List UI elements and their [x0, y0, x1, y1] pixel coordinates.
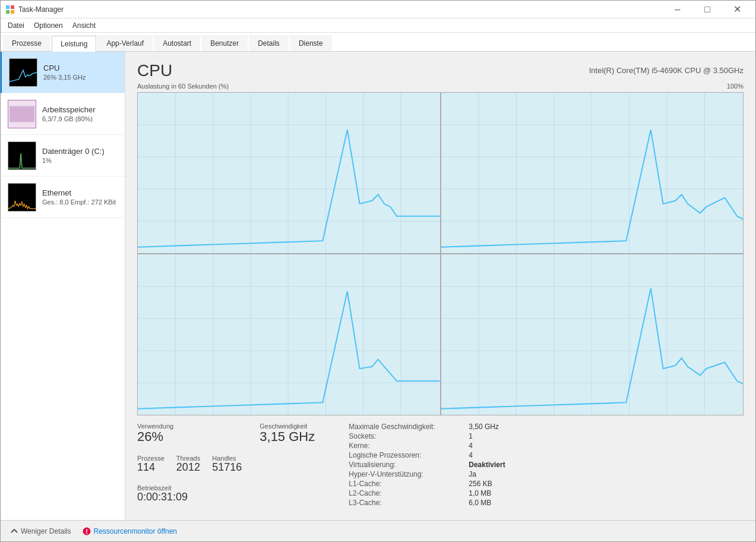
- svg-rect-21: [441, 93, 744, 253]
- stats-col-2: Geschwindigkeit 3,15 GHz: [260, 423, 331, 508]
- max-speed-value: 3,50 GHz: [469, 423, 527, 431]
- tab-dienste[interactable]: Dienste: [290, 35, 332, 51]
- chart-label-row: Auslastung in 60 Sekunden (%) 100%: [137, 83, 744, 90]
- menu-bar: Datei Optionen Ansicht: [1, 18, 755, 33]
- ram-labels: Arbeitsspeicher 6,3/7,9 GB (80%): [42, 105, 96, 122]
- net-labels: Ethernet Ges.: 8,0 Empf.: 272 KBit: [42, 188, 116, 206]
- l2-label: L2-Cache:: [349, 489, 457, 497]
- chart-svg-top-right: [441, 93, 744, 253]
- footer-bar: Weniger Details Ressourcenmonitor öffnen: [1, 520, 755, 541]
- cpu-mini-chart: [9, 58, 37, 87]
- title-text: Task-Manager: [18, 5, 64, 14]
- chevron-up-icon: [10, 527, 18, 535]
- main-panel: CPU Intel(R) Core(TM) i5-4690K CPU @ 3.5…: [125, 52, 755, 520]
- l1-value: 256 KB: [469, 480, 527, 488]
- l3-value: 6,0 MB: [469, 499, 527, 507]
- chart-svg-top-left: [138, 93, 440, 253]
- geschwindigkeit-value: 3,15 GHz: [260, 430, 331, 444]
- title-bar: Task-Manager – □ ✕: [1, 1, 755, 18]
- stats-col-3: Maximale Geschwindigkeit: 3,50 GHz Socke…: [349, 423, 527, 508]
- cpu-labels: CPU 26% 3,15 GHz: [43, 64, 86, 81]
- menu-optionen[interactable]: Optionen: [29, 20, 68, 31]
- ram-mini-chart: [8, 100, 36, 128]
- disk-labels: Datenträger 0 (C:) 1%: [42, 147, 105, 164]
- virt-label: Virtualisierung:: [349, 461, 457, 469]
- kerne-label: Kerne:: [349, 442, 457, 450]
- chart-bottom-right: [441, 254, 744, 415]
- menu-datei[interactable]: Datei: [3, 20, 29, 31]
- net-mini-chart: [8, 183, 36, 212]
- net-name: Ethernet: [42, 188, 116, 197]
- main-header: CPU Intel(R) Core(TM) i5-4690K CPU @ 3.5…: [137, 61, 744, 80]
- sockets-value: 1: [469, 432, 527, 440]
- net-value: Ges.: 8,0 Empf.: 272 KBit: [42, 198, 116, 206]
- sidebar-item-cpu[interactable]: CPU 26% 3,15 GHz: [1, 52, 125, 93]
- prozesse-group: Prozesse 114: [137, 455, 165, 474]
- resource-monitor-icon: [83, 527, 91, 535]
- svg-rect-0: [6, 5, 10, 9]
- verwendung-group: Verwendung 26%: [137, 423, 242, 444]
- app-icon: [5, 5, 15, 14]
- svg-rect-9: [138, 93, 440, 253]
- tab-leistung[interactable]: Leistung: [52, 36, 96, 52]
- ram-value: 6,3/7,9 GB (80%): [42, 115, 96, 122]
- verwendung-value: 26%: [137, 430, 242, 444]
- l2-value: 1,0 MB: [469, 489, 527, 497]
- minimize-button[interactable]: –: [664, 1, 691, 18]
- svg-rect-3: [11, 10, 14, 14]
- cpu-model-text: Intel(R) Core(TM) i5-4690K CPU @ 3.50GHz: [589, 66, 744, 75]
- betriebszeit-value: 0:00:31:09: [137, 491, 242, 503]
- title-bar-left: Task-Manager: [5, 5, 64, 14]
- sockets-label: Sockets:: [349, 432, 457, 440]
- disk-name: Datenträger 0 (C:): [42, 147, 105, 156]
- less-details-button[interactable]: Weniger Details: [10, 527, 71, 535]
- page-title: CPU: [137, 61, 172, 80]
- svg-rect-4: [10, 59, 37, 86]
- title-bar-controls: – □ ✕: [664, 1, 751, 18]
- tab-benutzer[interactable]: Benutzer: [201, 35, 248, 51]
- chart-label-left: Auslastung in 60 Sekunden (%): [137, 83, 229, 90]
- ram-name: Arbeitsspeicher: [42, 105, 96, 114]
- disk-value: 1%: [42, 157, 105, 164]
- tab-app-verlauf[interactable]: App-Verlauf: [97, 35, 153, 51]
- stats-area: Verwendung 26% Prozesse 114 Threads 2012: [137, 423, 744, 514]
- max-speed-label: Maximale Geschwindigkeit:: [349, 423, 457, 431]
- chart-bottom-left: [138, 254, 440, 415]
- prozesse-row: Prozesse 114 Threads 2012 Handles 51716: [137, 455, 242, 474]
- svg-point-59: [86, 533, 87, 534]
- handles-value: 51716: [212, 462, 242, 474]
- sidebar-item-net[interactable]: Ethernet Ges.: 8,0 Empf.: 272 KBit: [1, 177, 125, 218]
- svg-rect-45: [441, 254, 744, 415]
- content-area: CPU 26% 3,15 GHz Arbeitsspeicher 6,3/7,9…: [1, 52, 755, 520]
- geschwindigkeit-group: Geschwindigkeit 3,15 GHz: [260, 423, 331, 444]
- charts-container: [137, 92, 744, 415]
- task-manager-window: Task-Manager – □ ✕ Datei Optionen Ansich…: [0, 0, 756, 542]
- svg-rect-6: [10, 106, 34, 122]
- sidebar-item-disk[interactable]: Datenträger 0 (C:) 1%: [1, 135, 125, 177]
- disk-mini-chart: [8, 141, 36, 170]
- info-table: Maximale Geschwindigkeit: 3,50 GHz Socke…: [349, 423, 527, 507]
- kerne-value: 4: [469, 442, 527, 450]
- less-details-label: Weniger Details: [21, 527, 71, 535]
- tabs-bar: Prozesse Leistung App-Verlauf Autostart …: [1, 33, 755, 52]
- betriebszeit-group: Betriebszeit 0:00:31:09: [137, 484, 242, 503]
- tab-prozesse[interactable]: Prozesse: [3, 35, 50, 51]
- logische-value: 4: [469, 451, 527, 459]
- tab-autostart[interactable]: Autostart: [154, 35, 200, 51]
- handles-group: Handles 51716: [212, 455, 242, 474]
- maximize-button[interactable]: □: [694, 1, 721, 18]
- l3-label: L3-Cache:: [349, 499, 457, 507]
- sidebar-item-ram[interactable]: Arbeitsspeicher 6,3/7,9 GB (80%): [1, 93, 125, 135]
- chart-svg-bottom-right: [441, 254, 744, 415]
- menu-ansicht[interactable]: Ansicht: [68, 20, 100, 31]
- resource-monitor-button[interactable]: Ressourcenmonitor öffnen: [83, 527, 177, 535]
- svg-rect-2: [6, 10, 10, 14]
- chart-top-right: [441, 93, 744, 253]
- chart-top-left: [138, 93, 440, 253]
- virt-value: Deaktiviert: [469, 461, 527, 469]
- sidebar: CPU 26% 3,15 GHz Arbeitsspeicher 6,3/7,9…: [1, 52, 125, 520]
- cpu-value: 26% 3,15 GHz: [43, 74, 86, 81]
- tab-details[interactable]: Details: [249, 35, 289, 51]
- close-button[interactable]: ✕: [723, 1, 751, 18]
- hyper-label: Hyper-V-Unterstützung:: [349, 470, 457, 478]
